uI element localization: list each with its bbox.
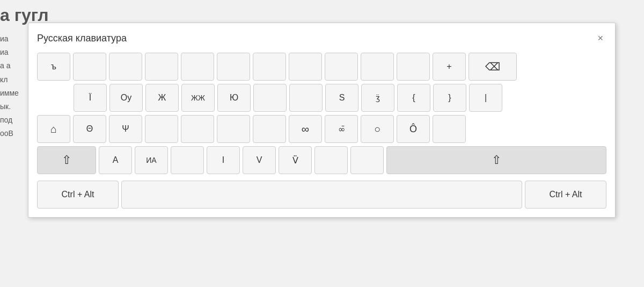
dialog-header: Русская клавиатура × [37,32,606,45]
key-zhe[interactable]: Ж [145,84,179,112]
key-r2-7[interactable] [289,84,323,112]
key-zhe-cross[interactable]: ЖЖ [181,84,215,112]
key-infinity[interactable]: ∞ [289,115,322,143]
dialog-title: Русская клавиатура [37,33,127,44]
key-r1-3[interactable] [109,53,142,81]
key-r3-7[interactable] [253,115,286,143]
key-r4-4[interactable] [171,146,204,174]
key-pipe[interactable]: | [469,84,502,112]
key-ezh[interactable]: ʒ̈ [361,84,394,112]
key-i-diaeresis[interactable]: Ï [74,84,107,112]
keyboard-dialog: Русская клавиатура × ъ + ⌫ Ï Оу Ж [28,23,616,218]
key-r2-6[interactable] [253,84,287,112]
key-yu[interactable]: Ю [217,84,251,112]
key-theta[interactable]: Θ [73,115,106,143]
key-r1-4[interactable] [145,53,178,81]
keyboard-rows: ъ + ⌫ Ï Оу Ж ЖЖ Ю S ʒ̈ { [37,53,606,209]
key-row-bottom: Ctrl + Alt Ctrl + Alt [37,181,606,209]
key-backspace[interactable]: ⌫ [469,53,517,81]
key-home[interactable]: ⌂ [37,115,70,143]
key-r1-5[interactable] [181,53,214,81]
key-shift-right[interactable]: ⇧ [386,146,606,174]
key-hard-sign[interactable]: ъ [37,53,70,81]
key-i-latin[interactable]: I [207,146,240,174]
close-button[interactable]: × [594,32,606,45]
key-r1-2[interactable] [73,53,106,81]
key-shift-left[interactable]: ⇧ [37,146,96,174]
key-r1-9[interactable] [325,53,358,81]
key-s[interactable]: S [325,84,358,112]
key-r3-4[interactable] [145,115,178,143]
key-row-1: ъ + ⌫ [37,53,606,81]
key-r1-6[interactable] [217,53,250,81]
key-r3-12[interactable] [433,115,466,143]
key-plus[interactable]: + [433,53,466,81]
key-infinity-bar[interactable]: ∞̄ [325,115,358,143]
key-row-4: ⇧ А ИА I V V̈ ⇧ [37,146,606,174]
key-r1-7[interactable] [253,53,286,81]
key-r4-9[interactable] [350,146,384,174]
key-row-3: ⌂ Θ Ψ ∞ ∞̄ ○ Ô [37,115,606,143]
key-ctrl-left[interactable]: Ctrl + Alt [37,181,119,209]
key-row-2: Ï Оу Ж ЖЖ Ю S ʒ̈ { } | [74,84,606,112]
key-a-cyrillic[interactable]: А [99,146,132,174]
key-rbrace[interactable]: } [433,84,466,112]
key-space[interactable] [121,181,522,209]
key-psi[interactable]: Ψ [109,115,142,143]
key-r4-8[interactable] [314,146,348,174]
key-r1-8[interactable] [289,53,322,81]
key-oy[interactable]: Оу [109,84,143,112]
key-v[interactable]: V [243,146,276,174]
bg-sidebar: иа иа а а кл имме ык. под ооВ [0,32,19,141]
key-o-hat[interactable]: Ô [397,115,430,143]
key-circle[interactable]: ○ [361,115,394,143]
key-r3-6[interactable] [217,115,250,143]
key-r3-5[interactable] [181,115,214,143]
key-ia[interactable]: ИА [135,146,168,174]
key-lbrace[interactable]: { [397,84,430,112]
key-v-diaeresis[interactable]: V̈ [279,146,312,174]
backspace-icon: ⌫ [485,60,500,73]
key-r1-10[interactable] [361,53,394,81]
key-ctrl-right[interactable]: Ctrl + Alt [525,181,606,209]
key-r1-11[interactable] [397,53,430,81]
